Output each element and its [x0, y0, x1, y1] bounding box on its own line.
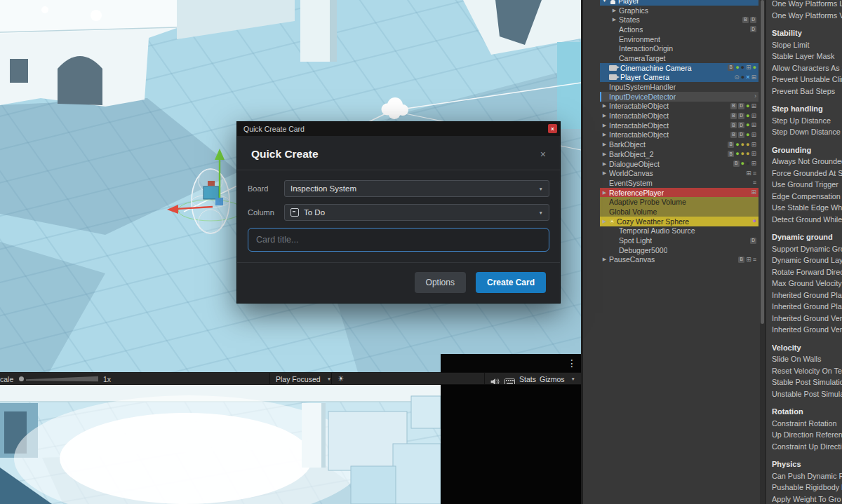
hierarchy-item[interactable]: Adaptive Probe Volume: [583, 197, 765, 207]
hierarchy-scrollbar[interactable]: [760, 0, 765, 504]
hierarchy-item[interactable]: Cinemachine CameraB●●⊞●: [583, 63, 765, 73]
hierarchy-item[interactable]: ▶BarkObject_2B●●●⊞: [583, 149, 765, 159]
green-dot-badge[interactable]: ●: [735, 142, 739, 148]
static-b-badge[interactable]: B: [728, 151, 734, 157]
green-dot-badge[interactable]: ●: [746, 132, 749, 138]
audio-mute-icon[interactable]: [490, 376, 501, 385]
static-d-badge[interactable]: D: [738, 122, 744, 128]
grid-icon[interactable]: ⊞: [751, 189, 756, 196]
hierarchy-item[interactable]: ▶WorldCanvas⊞≡: [583, 168, 765, 178]
grid-icon[interactable]: ⊞: [751, 132, 756, 138]
static-b-badge[interactable]: B: [728, 142, 734, 148]
purple-dot-badge[interactable]: ●: [753, 218, 756, 224]
hierarchy-item[interactable]: Player Camera⊙●×⊞: [583, 73, 765, 83]
hierarchy-item[interactable]: ActionsD: [583, 25, 765, 34]
board-select[interactable]: Inspection System ▼: [284, 180, 549, 197]
expand-arrow-icon[interactable]: ▶: [600, 123, 609, 128]
hierarchy-item[interactable]: CameraTarget: [583, 53, 765, 63]
olive-dot-badge[interactable]: ●: [746, 151, 749, 157]
hierarchy-item[interactable]: InputSystemHandler: [583, 82, 765, 92]
expand-arrow-icon[interactable]: ▶: [600, 190, 609, 196]
scrollbar-thumb[interactable]: [761, 0, 764, 324]
expand-arrow-icon[interactable]: ▶: [600, 170, 609, 176]
expand-arrow-icon[interactable]: ▶: [600, 142, 609, 147]
scale-slider-track[interactable]: [26, 376, 98, 382]
expand-arrow-icon[interactable]: ▶: [600, 257, 609, 262]
dark-dot-badge[interactable]: ●: [746, 161, 749, 167]
hierarchy-item[interactable]: ▶InteractableObjectBD●⊞: [583, 111, 765, 121]
static-d-badge[interactable]: D: [738, 113, 744, 119]
window-close-button[interactable]: x: [548, 124, 557, 133]
chevron-right-icon[interactable]: ›: [754, 93, 756, 100]
keyboard-icon[interactable]: [504, 376, 515, 385]
menu-icon[interactable]: ≡: [753, 257, 756, 263]
hierarchy-item[interactable]: ▶ReferencePlayer⊞: [583, 188, 765, 198]
hierarchy-item[interactable]: InteractionOrigin: [583, 43, 765, 53]
hierarchy-item[interactable]: ▶StatesBD: [583, 15, 765, 25]
olive-dot-badge[interactable]: ●: [741, 142, 744, 148]
expand-arrow-icon[interactable]: ▼: [600, 0, 609, 3]
static-d-badge[interactable]: D: [738, 103, 744, 109]
static-d-badge[interactable]: D: [738, 132, 744, 138]
stats-button[interactable]: Stats: [519, 375, 536, 383]
hierarchy-item[interactable]: ▶Graphics: [583, 6, 765, 15]
grid-icon[interactable]: ⊞: [751, 122, 756, 128]
static-d-badge[interactable]: D: [750, 238, 756, 244]
grid-icon[interactable]: ⊞: [746, 257, 751, 263]
card-title-input[interactable]: [248, 228, 549, 252]
static-b-badge[interactable]: B: [730, 113, 737, 119]
hierarchy-item[interactable]: ▼Player: [583, 0, 765, 6]
gizmos-dropdown[interactable]: Gizmos ▼: [540, 375, 575, 383]
game-view[interactable]: [0, 385, 441, 504]
hierarchy-item[interactable]: Temporal Audio Source: [583, 226, 765, 236]
static-b-badge[interactable]: B: [730, 132, 737, 138]
green-dot-badge[interactable]: ●: [746, 103, 749, 109]
hierarchy-item[interactable]: ▶BarkObjectB●●●⊞: [583, 139, 765, 149]
expand-arrow-icon[interactable]: ▶: [600, 161, 609, 167]
olive-dot-badge[interactable]: ●: [746, 142, 749, 148]
grid-icon[interactable]: ⊞: [751, 113, 756, 119]
expand-arrow-icon[interactable]: ▶: [610, 17, 619, 22]
static-b-badge[interactable]: B: [738, 257, 744, 263]
static-b-badge[interactable]: B: [742, 17, 749, 23]
expand-arrow-icon[interactable]: ▶: [600, 103, 609, 109]
expand-arrow-icon[interactable]: ▶: [600, 132, 609, 137]
static-b-badge[interactable]: B: [733, 161, 740, 167]
hierarchy-item[interactable]: Debugger5000: [583, 245, 765, 255]
olive-dot-badge[interactable]: ●: [741, 151, 744, 157]
hierarchy-item[interactable]: Environment: [583, 34, 765, 44]
scale-slider-handle[interactable]: [19, 376, 24, 381]
green-dot-badge[interactable]: ●: [746, 113, 749, 119]
green-dot-badge[interactable]: ●: [735, 64, 739, 71]
expand-arrow-icon[interactable]: ▶: [600, 113, 609, 118]
close-icon[interactable]: ×: [746, 74, 749, 81]
grid-icon[interactable]: ⊞: [751, 142, 756, 148]
flare-icon[interactable]: ☀: [338, 374, 345, 383]
kebab-menu-icon[interactable]: ⋮: [567, 357, 577, 369]
static-d-badge[interactable]: D: [750, 17, 756, 23]
hierarchy-item[interactable]: ▶InteractableObjectBD●⊞: [583, 102, 765, 111]
column-select[interactable]: To Do ▼: [284, 204, 549, 221]
dark-dot-badge[interactable]: ●: [741, 64, 744, 71]
hierarchy-item[interactable]: ▶PauseCanvasB⊞≡: [583, 255, 765, 265]
expand-arrow-icon[interactable]: ▶: [610, 8, 619, 13]
expand-arrow-icon[interactable]: ▶: [600, 151, 609, 157]
grid-icon[interactable]: ⊞: [746, 170, 751, 177]
hierarchy-item[interactable]: ▶DialogueObjectB●●⊞: [583, 159, 765, 169]
menu-icon[interactable]: ≡: [753, 179, 756, 186]
grid-icon[interactable]: ⊞: [751, 74, 756, 81]
green-dot-badge[interactable]: ●: [746, 122, 749, 128]
create-card-button[interactable]: Create Card: [476, 272, 546, 293]
green-dot-badge[interactable]: ●: [741, 161, 744, 167]
static-b-badge[interactable]: B: [730, 103, 737, 109]
eye-icon[interactable]: ⊙: [734, 74, 740, 81]
static-d-badge[interactable]: D: [750, 26, 756, 32]
grid-icon[interactable]: ⊞: [751, 151, 756, 157]
grid-icon[interactable]: ⊞: [746, 64, 751, 71]
green-dot-badge[interactable]: ●: [735, 151, 739, 157]
hierarchy-item[interactable]: EventSystem≡: [583, 178, 765, 188]
play-focused-dropdown[interactable]: Play Focused ▼: [276, 375, 331, 383]
expand-arrow-icon[interactable]: ▶: [600, 219, 609, 224]
grid-icon[interactable]: ⊞: [751, 103, 756, 109]
grid-icon[interactable]: ⊞: [751, 161, 756, 167]
